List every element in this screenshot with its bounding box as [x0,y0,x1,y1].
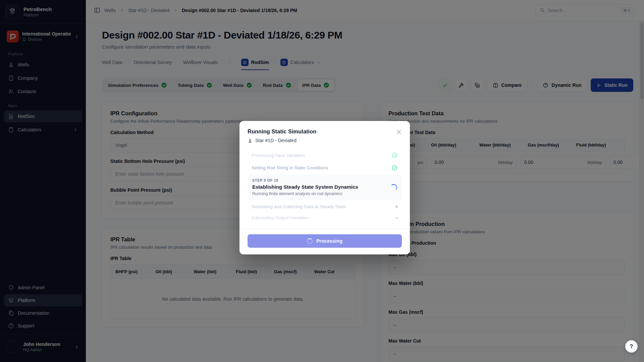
step-done: Processing Input Variables [248,149,402,162]
pending-dot-icon [396,217,398,219]
step-description: Running finite element analysis on rod d… [252,191,358,196]
step-pending: Simulating and Collecting Data at Steady… [248,201,402,212]
check-circle-icon [391,152,398,159]
help-button[interactable]: ? [625,340,638,353]
spinner-icon [390,184,397,191]
modal-divider [239,229,410,229]
running-simulation-modal: Running Static Simulation Star #1D - Dev… [239,121,410,254]
spinner-icon [307,238,313,244]
processing-button[interactable]: Processing [248,234,402,248]
modal-title: Running Static Simulation [248,128,316,135]
step-active: STEP 5 OF 10 Establishing Steady State S… [248,175,402,200]
step-done: Setting Rod String in Static Conditions [248,162,402,174]
pending-dot-icon [395,205,398,208]
help-question-icon: ? [630,344,633,350]
simulation-steps: Processing Input Variables Setting Rod S… [248,149,402,223]
derrick-icon [248,138,253,143]
check-circle-icon [391,165,398,171]
step-pending: Calculating Output Variables [248,212,402,223]
close-icon[interactable] [396,129,402,135]
modal-well-name: Star #1D - Deviated [255,138,297,143]
step-counter: STEP 5 OF 10 [252,178,358,182]
step-title: Establishing Steady State System Dynamic… [252,184,358,190]
